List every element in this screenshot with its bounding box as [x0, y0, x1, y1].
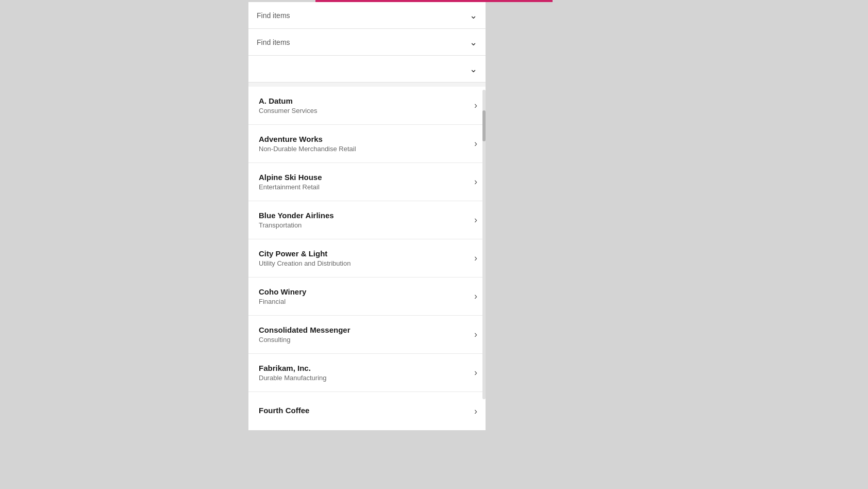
list-item-blue-yonder-airlines[interactable]: Blue Yonder Airlines Transportation › [248, 201, 486, 239]
filter-1-text: Find items [257, 11, 290, 20]
chevron-right-icon-fabrikam-inc: › [474, 367, 477, 378]
item-title-city-power-light: City Power & Light [259, 249, 350, 258]
chevron-right-icon-a-datum: › [474, 100, 477, 111]
list-item-fourth-coffee[interactable]: Fourth Coffee › [248, 392, 486, 430]
filter-2-text: Find items [257, 38, 290, 46]
chevron-right-icon-consolidated-messenger: › [474, 329, 477, 340]
item-title-a-datum: A. Datum [259, 96, 317, 105]
scrollbar-track[interactable] [482, 90, 486, 399]
list-item-coho-winery[interactable]: Coho Winery Financial › [248, 278, 486, 316]
chevron-right-icon-city-power-light: › [474, 253, 477, 264]
item-subtitle-blue-yonder-airlines: Transportation [259, 221, 334, 229]
list-item-consolidated-messenger[interactable]: Consolidated Messenger Consulting › [248, 316, 486, 354]
scrollbar-thumb[interactable] [482, 110, 486, 141]
chevron-right-icon-fourth-coffee: › [474, 406, 477, 417]
list-item-adventure-works[interactable]: Adventure Works Non-Durable Merchandise … [248, 125, 486, 163]
item-subtitle-fabrikam-inc: Durable Manufacturing [259, 374, 327, 382]
chevron-down-icon-1: ⌄ [470, 10, 477, 21]
list-item-a-datum[interactable]: A. Datum Consumer Services › [248, 87, 486, 125]
list-item-fabrikam-inc[interactable]: Fabrikam, Inc. Durable Manufacturing › [248, 354, 486, 392]
chevron-down-icon-3: ⌄ [470, 63, 477, 75]
list-item-city-power-light[interactable]: City Power & Light Utility Creation and … [248, 239, 486, 278]
item-subtitle-city-power-light: Utility Creation and Distribution [259, 259, 350, 267]
chevron-right-icon-blue-yonder-airlines: › [474, 215, 477, 225]
filter-dropdown-1[interactable]: Find items ⌄ [248, 2, 486, 29]
filter-dropdown-3[interactable]: ⌄ [248, 56, 486, 83]
chevron-right-icon-adventure-works: › [474, 138, 477, 149]
item-title-adventure-works: Adventure Works [259, 135, 356, 143]
item-subtitle-a-datum: Consumer Services [259, 107, 317, 115]
item-subtitle-coho-winery: Financial [259, 298, 306, 305]
item-title-blue-yonder-airlines: Blue Yonder Airlines [259, 211, 334, 220]
item-title-coho-winery: Coho Winery [259, 287, 306, 296]
item-title-fabrikam-inc: Fabrikam, Inc. [259, 364, 327, 372]
item-title-alpine-ski-house: Alpine Ski House [259, 173, 322, 182]
items-list: A. Datum Consumer Services › Adventure W… [248, 87, 486, 430]
item-subtitle-consolidated-messenger: Consulting [259, 336, 350, 344]
chevron-down-icon-2: ⌄ [470, 37, 477, 48]
chevron-right-icon-alpine-ski-house: › [474, 176, 477, 187]
item-title-fourth-coffee: Fourth Coffee [259, 406, 309, 415]
item-title-consolidated-messenger: Consolidated Messenger [259, 325, 350, 334]
item-subtitle-alpine-ski-house: Entertainment Retail [259, 183, 322, 191]
filter-dropdown-2[interactable]: Find items ⌄ [248, 29, 486, 56]
chevron-right-icon-coho-winery: › [474, 291, 477, 302]
main-panel: Find items ⌄ Find items ⌄ ⌄ A. Datum Con… [248, 2, 486, 430]
item-subtitle-adventure-works: Non-Durable Merchandise Retail [259, 145, 356, 153]
list-item-alpine-ski-house[interactable]: Alpine Ski House Entertainment Retail › [248, 163, 486, 201]
